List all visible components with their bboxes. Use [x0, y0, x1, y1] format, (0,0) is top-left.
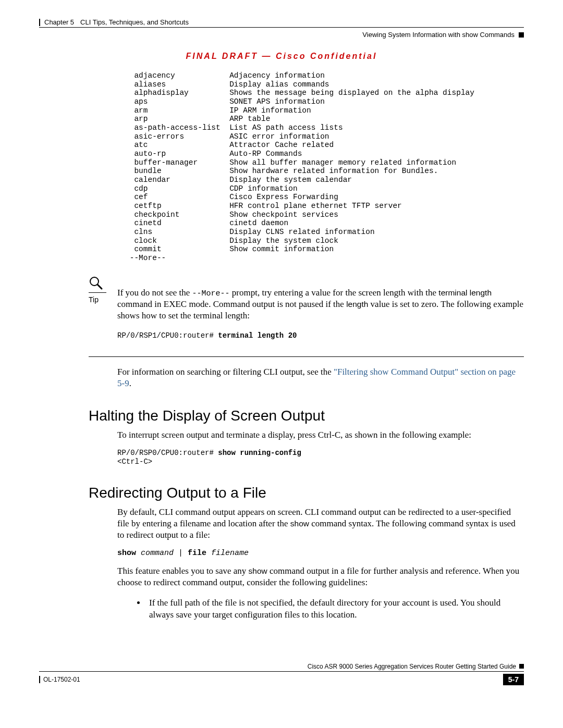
- show-word-2: show: [249, 566, 267, 575]
- tip-mid2: command in EXEC mode. Command output is …: [117, 299, 346, 309]
- halting-prompt: RP/0/RSP0/CPU0:router#: [117, 449, 218, 457]
- header-square-icon: [519, 32, 524, 38]
- redirect-body2: This feature enables you to save any sho…: [117, 565, 524, 588]
- more-prompt: --More--: [192, 289, 230, 298]
- header-bar: Chapter 5 CLI Tips, Techniques, and Shor…: [39, 18, 524, 28]
- redirect-bullets: If the full path of the file is not spec…: [125, 597, 524, 621]
- footer-guide: Cisco ASR 9000 Series Aggregation Servic…: [308, 663, 516, 670]
- section-halting-body: To interrupt screen output and terminate…: [117, 429, 524, 441]
- length-word: length: [346, 300, 368, 309]
- halting-ctrlc: <Ctrl-C>: [117, 458, 152, 466]
- footer-square-icon: [519, 664, 524, 669]
- chapter-title: CLI Tips, Techniques, and Shortcuts: [80, 18, 189, 26]
- chapter-number: Chapter 5: [44, 18, 74, 26]
- terminal-length-cmd: terminal length: [438, 288, 492, 297]
- cmd1-command: terminal length 20: [218, 331, 297, 340]
- syntax-show: show: [117, 549, 136, 558]
- header-vline: [39, 19, 40, 26]
- filter-post: .: [129, 378, 131, 388]
- redirect-b2a: This feature enables you to save any: [117, 566, 249, 576]
- redirect-syntax: show command | file filename: [117, 549, 524, 558]
- divider: [89, 356, 524, 357]
- header-sub: Viewing System Information with show Com…: [39, 31, 524, 39]
- tip-label: Tip: [89, 295, 99, 304]
- syntax-filename: filename: [211, 549, 249, 558]
- footer: Cisco ASR 9000 Series Aggregation Servic…: [39, 663, 524, 685]
- tip-text: If you do not see the --More-- prompt, t…: [117, 276, 524, 341]
- confidential-banner: FINAL DRAFT — Cisco Confidential: [39, 52, 524, 61]
- footer-doc-id: OL-17502-01: [43, 676, 80, 683]
- tip-pre: If you do not see the: [117, 288, 192, 298]
- footer-vline: [39, 676, 40, 683]
- cmd1-prompt: RP/0/RSP1/CPU0:router#: [117, 331, 218, 340]
- syntax-pipe: |: [174, 549, 188, 558]
- show-word-1: show: [290, 519, 309, 528]
- tip-mid1: prompt, try entering a value for the scr…: [230, 288, 439, 298]
- redirect-body1: By default, CLI command output appears o…: [117, 507, 524, 541]
- section-right: Viewing System Information with show Com…: [362, 31, 515, 39]
- halting-cmd: show running-config: [218, 449, 301, 457]
- page-number: 5-7: [503, 674, 524, 685]
- halting-code: RP/0/RSP0/CPU0:router# show running-conf…: [117, 449, 524, 466]
- filter-info-text: For information on searching or filterin…: [117, 366, 524, 389]
- svg-line-1: [97, 285, 102, 289]
- filter-pre: For information on searching or filterin…: [117, 367, 334, 377]
- cli-output-listing: adjacency Adjacency information aliases …: [125, 71, 524, 263]
- syntax-file: file: [188, 549, 206, 558]
- section-redirect-title: Redirecting Output to a File: [89, 485, 524, 501]
- tip-icon-column: Tip: [89, 276, 117, 304]
- magnifier-icon: [89, 276, 103, 290]
- section-halting-title: Halting the Display of Screen Output: [89, 408, 524, 424]
- bullet-item: If the full path of the file is not spec…: [146, 597, 524, 621]
- tip-block: Tip If you do not see the --More-- promp…: [89, 276, 524, 341]
- syntax-command: command: [141, 549, 174, 558]
